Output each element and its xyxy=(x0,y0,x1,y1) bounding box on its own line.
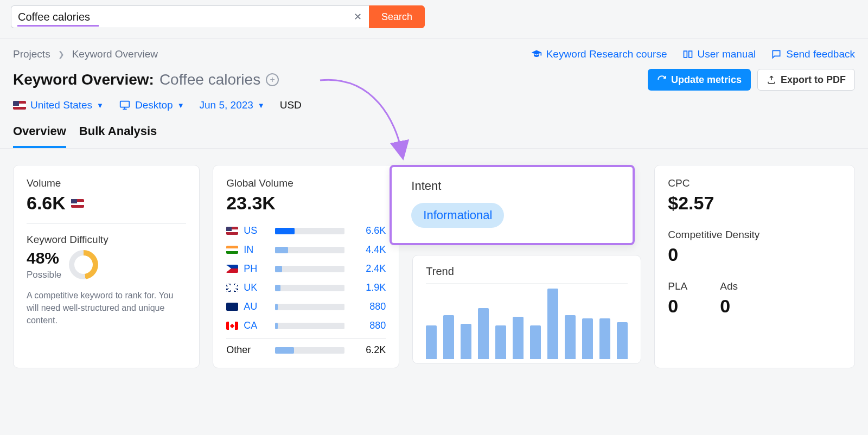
country-row-au[interactable]: AU880 xyxy=(226,297,386,316)
global-label: Global Volume xyxy=(226,177,386,189)
kd-donut-icon xyxy=(69,250,98,279)
annotation-underline xyxy=(17,25,99,27)
pla-value: 0 xyxy=(668,296,687,317)
breadcrumb: Projects ❯ Keyword Overview xyxy=(13,48,158,60)
filter-device-label: Desktop xyxy=(135,99,173,111)
desktop-icon xyxy=(119,99,131,111)
country-value: 2.4K xyxy=(356,263,386,274)
trend-bar xyxy=(565,315,576,359)
topbar: Projects ❯ Keyword Overview Keyword Rese… xyxy=(0,39,868,65)
country-row-us[interactable]: US6.6K xyxy=(226,221,386,240)
trend-bar xyxy=(599,318,610,359)
link-manual-label: User manual xyxy=(698,48,756,60)
global-value: 23.3K xyxy=(226,193,386,214)
breadcrumb-current: Keyword Overview xyxy=(72,48,158,60)
link-feedback[interactable]: Send feedback xyxy=(771,48,855,60)
col-intent-trend: Intent Informational Trend xyxy=(412,165,641,368)
trend-bar xyxy=(513,317,524,359)
country-bar xyxy=(275,266,344,272)
chat-icon xyxy=(771,49,782,60)
chevron-right-icon: ❯ xyxy=(58,50,65,59)
search-input-wrap: ✕ xyxy=(11,5,369,28)
us-flag-icon xyxy=(13,101,26,110)
trend-bar xyxy=(426,325,437,359)
tab-overview[interactable]: Overview xyxy=(13,120,66,148)
country-row-ph[interactable]: PH2.4K xyxy=(226,259,386,278)
country-row-in[interactable]: IN4.4K xyxy=(226,240,386,259)
kd-value: 48% xyxy=(27,249,61,267)
country-code: PH xyxy=(244,263,263,274)
header-links: Keyword Research course User manual Send… xyxy=(531,48,855,60)
country-bar xyxy=(275,323,344,329)
metrics-grid: Volume 6.6K Keyword Difficulty 48% Possi… xyxy=(0,149,868,385)
country-code: UK xyxy=(244,282,263,293)
filter-date-label: Jun 5, 2023 xyxy=(200,99,253,111)
card-trend: Trend xyxy=(412,255,641,364)
trend-chart xyxy=(426,283,628,359)
filter-currency: USD xyxy=(280,99,302,111)
export-label: Export to PDF xyxy=(781,74,846,86)
country-code: IN xyxy=(244,244,263,255)
graduation-cap-icon xyxy=(531,49,542,60)
country-code: AU xyxy=(244,301,263,312)
other-label: Other xyxy=(226,344,263,356)
flag-icon xyxy=(226,265,238,273)
country-bar xyxy=(275,247,344,253)
other-bar xyxy=(275,347,344,354)
country-value: 4.4K xyxy=(356,244,386,255)
country-value: 6.6K xyxy=(356,225,386,236)
cpc-label: CPC xyxy=(668,177,841,189)
filter-country[interactable]: United States ▼ xyxy=(13,99,104,111)
filter-device[interactable]: Desktop ▼ xyxy=(119,99,184,111)
add-keyword-icon[interactable]: + xyxy=(266,73,279,86)
trend-bar xyxy=(461,324,471,359)
link-feedback-label: Send feedback xyxy=(786,48,855,60)
search-button[interactable]: Search xyxy=(369,5,425,28)
flag-icon xyxy=(226,227,238,235)
flag-icon xyxy=(226,246,238,254)
trend-bar xyxy=(443,315,454,359)
country-value: 880 xyxy=(356,320,386,331)
book-icon xyxy=(682,49,693,60)
filter-date[interactable]: Jun 5, 2023 ▼ xyxy=(200,99,265,111)
country-code: CA xyxy=(244,320,263,331)
cd-label: Competitive Density xyxy=(668,229,841,241)
card-intent: Intent Informational xyxy=(390,165,635,245)
other-value: 6.2K xyxy=(356,344,386,356)
export-icon xyxy=(767,75,776,85)
export-pdf-button[interactable]: Export to PDF xyxy=(757,69,855,91)
chevron-down-icon: ▼ xyxy=(97,101,104,110)
update-label: Update metrics xyxy=(671,74,742,86)
link-course[interactable]: Keyword Research course xyxy=(531,48,667,60)
country-row-ca[interactable]: CA880 xyxy=(226,316,386,335)
divider xyxy=(27,223,186,224)
update-metrics-button[interactable]: Update metrics xyxy=(648,69,751,91)
breadcrumb-root[interactable]: Projects xyxy=(13,48,50,60)
flag-icon xyxy=(226,303,238,311)
trend-label: Trend xyxy=(426,265,628,278)
title-row: Keyword Overview: Coffee calories + Upda… xyxy=(0,65,868,96)
title-actions: Update metrics Export to PDF xyxy=(648,69,855,91)
trend-bar xyxy=(478,308,489,359)
pla-label: PLA xyxy=(668,280,687,292)
card-volume-kd: Volume 6.6K Keyword Difficulty 48% Possi… xyxy=(13,165,200,368)
kd-label: Keyword Difficulty xyxy=(27,234,186,246)
volume-label: Volume xyxy=(27,177,186,189)
country-value: 880 xyxy=(356,301,386,312)
country-list: US6.6KIN4.4KPH2.4KUK1.9KAU880CA880 xyxy=(226,221,386,335)
ads-value: 0 xyxy=(720,296,738,317)
clear-icon[interactable]: ✕ xyxy=(352,11,363,23)
country-value: 1.9K xyxy=(356,282,386,293)
tab-bulk[interactable]: Bulk Analysis xyxy=(79,120,157,148)
kd-description: A competitive keyword to rank for. You w… xyxy=(27,289,186,327)
cpc-value: $2.57 xyxy=(668,193,841,214)
chevron-down-icon: ▼ xyxy=(258,101,265,110)
intent-label: Intent xyxy=(411,179,613,193)
other-row: Other 6.2K xyxy=(226,338,386,356)
country-row-uk[interactable]: UK1.9K xyxy=(226,278,386,297)
trend-bar xyxy=(530,325,541,359)
card-cpc: CPC $2.57 Competitive Density 0 PLA 0 Ad… xyxy=(654,165,855,368)
ads-label: Ads xyxy=(720,280,738,292)
link-manual[interactable]: User manual xyxy=(682,48,756,60)
intent-pill[interactable]: Informational xyxy=(411,203,504,228)
